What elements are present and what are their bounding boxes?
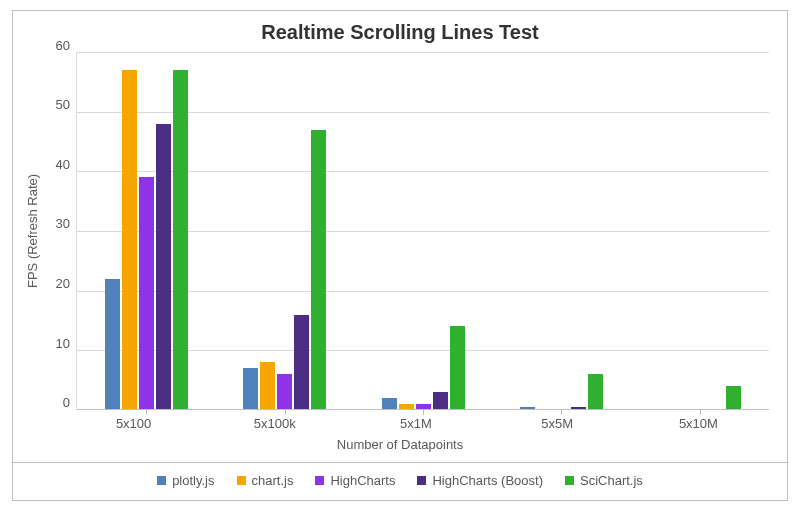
y-tick-label: 20 [56, 276, 70, 291]
x-tick-mark [423, 410, 424, 415]
bar [294, 315, 309, 410]
x-tick-label: 5x10M [628, 416, 769, 431]
y-tick-label: 40 [56, 157, 70, 172]
bar [243, 368, 258, 410]
bar [105, 279, 120, 410]
x-axis-title: Number of Datapoints [13, 431, 787, 462]
legend-label: HighCharts (Boost) [432, 473, 543, 488]
legend: plotly.jschart.jsHighChartsHighCharts (B… [13, 462, 787, 500]
x-tick-label: 5x1M [345, 416, 486, 431]
bar [122, 70, 137, 410]
bar [450, 326, 465, 410]
chart-title: Realtime Scrolling Lines Test [13, 11, 787, 48]
plot-area [76, 52, 769, 410]
x-axis-ticks: 5x1005x100k5x1M5x5M5x10M [13, 410, 787, 431]
plot-row: FPS (Refresh Rate) 6050403020100 [13, 48, 787, 410]
legend-label: chart.js [252, 473, 294, 488]
y-tick-label: 60 [56, 38, 70, 53]
y-tick-label: 0 [63, 395, 70, 410]
bar [726, 386, 741, 410]
x-tick-mark [700, 410, 701, 415]
bar [156, 124, 171, 410]
x-tick-mark [561, 410, 562, 415]
x-tick-mark [146, 410, 147, 415]
x-tick-label: 5x5M [487, 416, 628, 431]
y-tick-label: 10 [56, 336, 70, 351]
chart-frame: Realtime Scrolling Lines Test FPS (Refre… [0, 0, 800, 511]
legend-label: HighCharts [330, 473, 395, 488]
y-axis-ticks: 6050403020100 [42, 52, 76, 410]
legend-item: plotly.js [157, 473, 214, 488]
legend-item: chart.js [237, 473, 294, 488]
legend-item: HighCharts (Boost) [417, 473, 543, 488]
bar [173, 70, 188, 410]
x-axis-line [77, 409, 769, 410]
chart-card: Realtime Scrolling Lines Test FPS (Refre… [12, 10, 788, 501]
legend-item: SciChart.js [565, 473, 643, 488]
legend-item: HighCharts [315, 473, 395, 488]
bar [433, 392, 448, 410]
bar-group [631, 52, 769, 410]
bar-group [77, 52, 215, 410]
bar [311, 130, 326, 410]
legend-swatch-icon [565, 476, 574, 485]
bar-groups [77, 52, 769, 410]
y-tick-label: 50 [56, 97, 70, 112]
bar-group [354, 52, 492, 410]
legend-swatch-icon [417, 476, 426, 485]
x-tick-label: 5x100k [204, 416, 345, 431]
y-tick-label: 30 [56, 216, 70, 231]
legend-swatch-icon [157, 476, 166, 485]
y-axis-title: FPS (Refresh Rate) [23, 52, 42, 410]
bar [260, 362, 275, 410]
bar-group [215, 52, 353, 410]
legend-label: SciChart.js [580, 473, 643, 488]
bar [139, 177, 154, 410]
bar [588, 374, 603, 410]
x-tick-label: 5x100 [63, 416, 204, 431]
x-tick-mark [285, 410, 286, 415]
legend-swatch-icon [315, 476, 324, 485]
bar [277, 374, 292, 410]
legend-label: plotly.js [172, 473, 214, 488]
bar-group [492, 52, 630, 410]
legend-swatch-icon [237, 476, 246, 485]
